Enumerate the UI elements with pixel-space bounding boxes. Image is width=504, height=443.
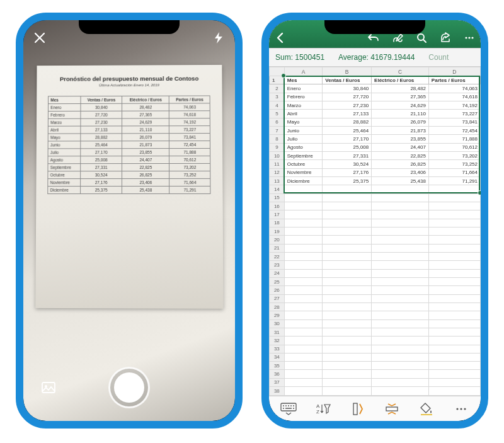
table-row[interactable]: 26 xyxy=(270,286,481,294)
table-row[interactable]: 31 xyxy=(270,328,481,336)
flash-icon[interactable] xyxy=(212,32,225,44)
excel-screen: Sum: 1500451 Average: 41679.19444 Count … xyxy=(269,20,481,421)
table-row[interactable]: 32 xyxy=(270,337,481,345)
table-row[interactable]: 2Enero30,84028,48274,063 xyxy=(270,84,481,93)
document-table-row: Enero30,84028,48274,063 xyxy=(49,103,210,112)
document-title: Pronóstico del presupuesto mensual de Co… xyxy=(43,75,215,83)
document-table-row: Octubre30,52426,82573,252 xyxy=(48,171,210,178)
svg-point-12 xyxy=(456,408,458,410)
excel-bottom-toolbar: AZ xyxy=(269,396,481,421)
table-row[interactable]: 1MesVentas / EurosEléctrico / EurosParte… xyxy=(270,76,481,84)
table-row[interactable]: 13Diciembre25,37525,43871,291 xyxy=(270,176,481,185)
shutter-button[interactable] xyxy=(108,367,150,408)
selection-handle-bottom-right[interactable] xyxy=(478,190,481,195)
table-row[interactable]: 11Octubre30,52426,82573,252 xyxy=(270,160,481,168)
document-subtitle: Última Actualización Enero 14, 2019 xyxy=(43,83,215,88)
table-row[interactable]: 4Marzo27,23024,62974,192 xyxy=(270,101,481,109)
insert-row-icon[interactable] xyxy=(383,400,401,418)
table-row[interactable]: 16 xyxy=(270,202,481,210)
svg-point-3 xyxy=(465,37,467,38)
table-row[interactable]: 37 xyxy=(270,378,481,386)
table-row[interactable]: 3Febrero27,72027,36574,618 xyxy=(270,93,481,101)
document-table-row: Noviembre27,17623,40671,664 xyxy=(48,178,210,186)
more-icon[interactable] xyxy=(463,32,476,44)
table-row[interactable]: 33 xyxy=(270,345,481,353)
fill-color-icon[interactable] xyxy=(418,400,435,418)
document-table-row: Febrero27,72027,36574,618 xyxy=(49,111,210,119)
table-row[interactable]: 14 xyxy=(270,185,481,193)
svg-point-4 xyxy=(468,37,470,38)
sort-filter-icon[interactable]: AZ xyxy=(314,400,332,418)
svg-point-14 xyxy=(464,408,466,410)
document-table-header: Eléctrico / Euros xyxy=(122,96,169,103)
share-icon[interactable] xyxy=(439,32,452,44)
table-row[interactable]: 38 xyxy=(270,387,481,396)
svg-rect-11 xyxy=(421,414,432,415)
document-table-row: Septiembre27,33122,82573,202 xyxy=(48,163,210,171)
back-icon[interactable] xyxy=(274,32,287,44)
svg-rect-0 xyxy=(42,383,55,393)
table-row[interactable]: 12Noviembre27,17623,40671,664 xyxy=(270,168,481,176)
table-row[interactable]: 24 xyxy=(270,269,481,277)
column-header[interactable]: D xyxy=(428,67,480,76)
spacer xyxy=(201,379,219,396)
camera-screen: Pronóstico del presupuesto mensual de Co… xyxy=(23,20,235,421)
aggregate-stats-bar[interactable]: Sum: 1500451 Average: 41679.19444 Count xyxy=(269,48,481,67)
table-row[interactable]: 23 xyxy=(270,261,481,269)
svg-rect-10 xyxy=(386,407,398,411)
column-header[interactable]: B xyxy=(323,67,372,76)
column-header[interactable]: A xyxy=(284,67,323,76)
svg-point-5 xyxy=(471,37,473,38)
table-row[interactable]: 22 xyxy=(270,252,481,260)
keyboard-icon[interactable] xyxy=(280,400,297,418)
document-table-row: Diciembre25,37525,43871,291 xyxy=(48,186,210,193)
stat-sum: Sum: 1500451 xyxy=(275,53,324,62)
table-row[interactable]: 15 xyxy=(270,193,481,202)
notch xyxy=(79,20,180,34)
table-row[interactable]: 34 xyxy=(270,353,481,361)
svg-text:Z: Z xyxy=(316,409,319,415)
document-table-header: Mes xyxy=(49,96,81,104)
stat-average: Average: 41679.19444 xyxy=(338,53,415,62)
table-row[interactable]: 21 xyxy=(270,244,481,252)
table-row[interactable]: 6Mayo28,88226,07973,841 xyxy=(270,118,481,126)
document-table-row: Julio27,17023,85571,888 xyxy=(48,148,210,156)
close-icon[interactable] xyxy=(33,32,46,44)
more-bottom-icon[interactable] xyxy=(452,400,470,418)
column-header[interactable]: C xyxy=(372,67,429,76)
gallery-icon[interactable] xyxy=(40,379,57,396)
table-row[interactable]: 35 xyxy=(270,362,481,370)
spreadsheet[interactable]: ABCD 1MesVentas / EurosEléctrico / Euros… xyxy=(269,67,481,396)
table-row[interactable]: 20 xyxy=(270,236,481,244)
table-row[interactable]: 18 xyxy=(270,219,481,227)
scanned-document: Pronóstico del presupuesto mensual de Co… xyxy=(35,65,223,309)
svg-rect-9 xyxy=(353,403,357,415)
table-row[interactable]: 27 xyxy=(270,294,481,302)
selection-handle-top-left[interactable] xyxy=(281,73,286,78)
table-row[interactable]: 36 xyxy=(270,370,481,378)
insert-column-icon[interactable] xyxy=(349,400,367,418)
notch xyxy=(324,20,425,34)
stat-count: Count xyxy=(428,53,449,62)
svg-rect-6 xyxy=(281,403,296,411)
table-row[interactable]: 29 xyxy=(270,311,481,319)
document-table-row: Mayo28,88226,07973,841 xyxy=(49,134,210,141)
svg-text:A: A xyxy=(316,403,320,409)
phone-left: Pronóstico del presupuesto mensual de Co… xyxy=(16,13,243,429)
table-row[interactable]: 9Agosto25,00824,40770,612 xyxy=(270,143,481,151)
table-row[interactable]: 5Abril27,13321,11073,227 xyxy=(270,110,481,118)
table-row[interactable]: 7Junio25,46421,87372,454 xyxy=(270,126,481,134)
table-row[interactable]: 8Julio27,17023,85571,888 xyxy=(270,135,481,143)
table-row[interactable]: 28 xyxy=(270,302,481,311)
document-table-row: Abril27,13321,11073,227 xyxy=(49,126,210,134)
phone-right: Sum: 1500451 Average: 41679.19444 Count … xyxy=(261,13,488,429)
table-row[interactable]: 30 xyxy=(270,319,481,328)
table-row[interactable]: 25 xyxy=(270,277,481,285)
document-table-header: Partes / Euros xyxy=(169,96,210,103)
svg-point-13 xyxy=(460,408,462,410)
table-row[interactable]: 10Septiembre27,33122,82573,202 xyxy=(270,151,481,159)
table-row[interactable]: 17 xyxy=(270,210,481,219)
table-row[interactable]: 19 xyxy=(270,227,481,235)
document-table-header: Ventas / Euros xyxy=(81,96,122,103)
document-table-row: Agosto25,00824,40770,612 xyxy=(48,156,210,163)
